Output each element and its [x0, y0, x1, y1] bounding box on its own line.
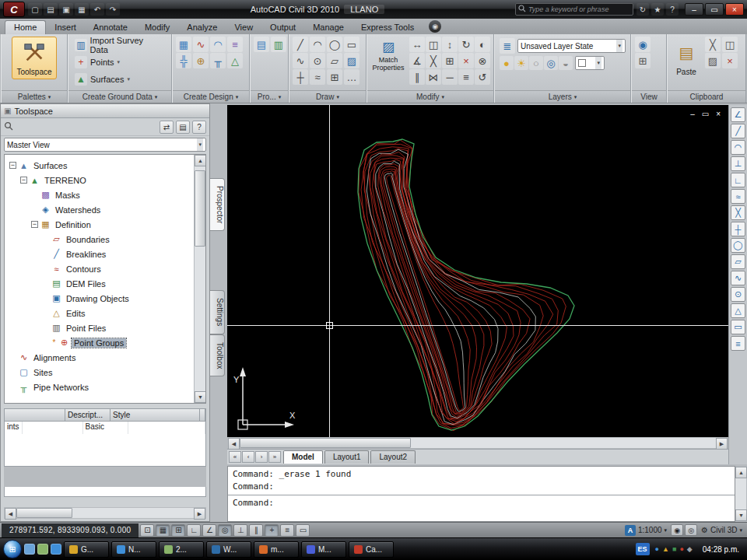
transparent-command-icon[interactable]: ∠ [731, 107, 745, 122]
item-view-scrollbar[interactable]: ◀ ▶ [4, 507, 206, 519]
scroll-left-icon[interactable]: ◀ [228, 438, 240, 450]
cut-icon[interactable]: ╳ [705, 37, 721, 52]
workspace-switcher[interactable]: ⚙ Civil 3D ▾ [701, 526, 742, 534]
transparent-command-icon[interactable]: ≡ [731, 336, 745, 351]
taskbar-app-button[interactable]: W... [206, 541, 251, 558]
column-header[interactable]: Style [110, 409, 200, 421]
ribbon-tab[interactable]: Home [5, 20, 46, 34]
point-icon[interactable]: ┼ [293, 69, 308, 85]
explode-icon[interactable]: ⊗ [475, 53, 490, 68]
search-input[interactable] [528, 5, 630, 13]
ribbon-tab[interactable]: Output [261, 21, 304, 34]
profile-view-icon[interactable]: ▤ [254, 37, 269, 52]
open-icon[interactable]: ▤ [44, 3, 58, 16]
clock[interactable]: 04:28 p.m. [698, 545, 744, 554]
scrollbar-thumb[interactable] [240, 438, 411, 448]
corridor-icon[interactable]: ≡ [227, 37, 243, 52]
tree-item[interactable]: ▱ Boundaries [5, 232, 194, 247]
tree-item[interactable]: △ Edits [5, 306, 194, 320]
infer-constraints-icon[interactable]: ⊡ [140, 524, 154, 537]
tree-item[interactable]: ╱ Breaklines [5, 247, 194, 261]
transparent-command-icon[interactable]: ∿ [731, 271, 745, 285]
lengthen-icon[interactable]: ≡ [458, 69, 474, 85]
match-properties-button[interactable]: ▨ Match Properties [370, 37, 406, 72]
coordinate-display[interactable]: 278971.592, 8933909.093, 0.000 [2, 523, 139, 537]
layout-tab[interactable]: Layout1 [324, 450, 370, 464]
column-header[interactable] [200, 409, 205, 421]
ribbon-tab[interactable]: Express Tools [352, 21, 423, 34]
ribbon-tab[interactable]: View [226, 21, 261, 34]
canvas-scrollbar[interactable]: ◀ ▶ [227, 437, 728, 449]
tree-expander[interactable]: − [20, 177, 27, 184]
transparent-command-icon[interactable]: ◯ [731, 238, 745, 253]
arc-icon[interactable]: ◠ [310, 37, 325, 52]
view-mode-dropdown[interactable]: Master View ▾ [4, 138, 206, 152]
layer-lock-icon[interactable]: ◎ [544, 56, 558, 70]
tray-icon[interactable]: ◆ [687, 545, 693, 553]
browser-icon[interactable] [51, 544, 61, 555]
toolspace-tab[interactable]: Toolbox [210, 334, 225, 376]
tree-item[interactable]: ▩ Masks [5, 187, 194, 202]
scroll-right-icon[interactable]: ▶ [716, 438, 728, 450]
tree-item[interactable]: ≈ Contours [5, 261, 194, 276]
last-layout-button[interactable]: » [268, 451, 281, 463]
list-item[interactable]: intsBasic [5, 422, 205, 434]
save-icon[interactable]: ▣ [59, 3, 73, 16]
offset-icon[interactable]: ∥ [409, 69, 425, 85]
profile-icon[interactable]: ◠ [210, 37, 226, 52]
panel-label-layers[interactable]: Layers▾ [495, 90, 630, 103]
layer-isolate-icon[interactable]: ◒ [559, 56, 573, 70]
navigate-icon[interactable]: ◉ [635, 37, 651, 52]
copy-clip-icon[interactable]: ◫ [722, 37, 738, 52]
maximize-button[interactable]: ▭ [705, 3, 724, 16]
assembly-icon[interactable]: ⊕ [193, 53, 209, 68]
toolspace-tab[interactable]: Settings [210, 290, 225, 334]
plot-icon[interactable]: ▦ [75, 3, 89, 16]
tree-item[interactable]: * ⊕ Point Groups [5, 335, 194, 350]
tree-item[interactable]: ∿ Alignments [5, 350, 194, 365]
transparent-command-icon[interactable]: ┼ [731, 222, 745, 236]
item-view-toggle-icon[interactable]: ⇄ [160, 121, 174, 134]
tree-item[interactable]: ▢ Sites [5, 365, 194, 380]
minimize-button[interactable]: – [685, 3, 703, 16]
scroll-right-icon[interactable]: ▶ [194, 508, 205, 520]
object-snap-icon[interactable]: ◎ [218, 524, 232, 537]
spline-icon[interactable]: ≈ [310, 69, 325, 85]
tree-item[interactable]: ╥ Pipe Networks [5, 380, 194, 394]
infocenter-search[interactable] [515, 3, 633, 16]
layout-tab[interactable]: Layout2 [370, 450, 416, 464]
tree-item[interactable]: ▣ Drawing Objects [5, 291, 194, 306]
dynamic-input-icon[interactable]: + [265, 524, 279, 537]
start-button[interactable]: ⊞ [3, 540, 22, 558]
ribbon-tab[interactable]: Annotate [85, 21, 136, 34]
qnew-icon[interactable]: ▢ [28, 3, 42, 16]
ribbon-options-button[interactable]: ◉ [429, 20, 441, 33]
tray-icon[interactable]: ■ [672, 545, 676, 553]
layer-off-icon[interactable]: ○ [529, 56, 543, 70]
layer-freeze-icon[interactable]: ☀ [514, 56, 528, 70]
ribbon-tab[interactable]: Analyze [178, 21, 226, 34]
panel-label-view[interactable]: View [632, 90, 666, 103]
transparent-command-icon[interactable]: ⊥ [731, 156, 745, 171]
panorama-icon[interactable]: ▤ [176, 121, 190, 134]
panel-label-profile-views[interactable]: Pro...▾ [251, 90, 288, 103]
tree-item[interactable]: ▤ DEM Files [5, 276, 194, 291]
panel-label-draw[interactable]: Draw▾ [289, 90, 366, 103]
pipe-network-icon[interactable]: ╥ [210, 53, 226, 68]
chevron-down-icon[interactable]: ▾ [197, 138, 203, 151]
scrollbar-thumb[interactable] [195, 170, 205, 247]
break-icon[interactable]: ─ [442, 69, 458, 85]
scroll-left-icon[interactable]: ◀ [5, 508, 16, 520]
column-header[interactable] [5, 409, 65, 421]
join-icon[interactable]: ⋈ [426, 69, 441, 85]
alignment-icon[interactable]: ∿ [193, 37, 209, 52]
tree-item[interactable]: − ▦ Definition [5, 217, 194, 232]
toolspace-button[interactable]: Toolspace [12, 37, 57, 79]
grid-display-icon[interactable]: ⊞ [171, 524, 185, 537]
layer-state-dropdown[interactable]: Unsaved Layer State ▾ [517, 39, 626, 53]
tree-item[interactable]: ◈ Watersheds [5, 202, 194, 217]
show-desktop-icon[interactable] [24, 544, 35, 555]
move-icon[interactable]: ↔ [409, 37, 425, 52]
taskbar-app-button[interactable]: M... [301, 541, 346, 558]
ribbon-button[interactable]: ▥ Import Survey Data [72, 37, 168, 53]
